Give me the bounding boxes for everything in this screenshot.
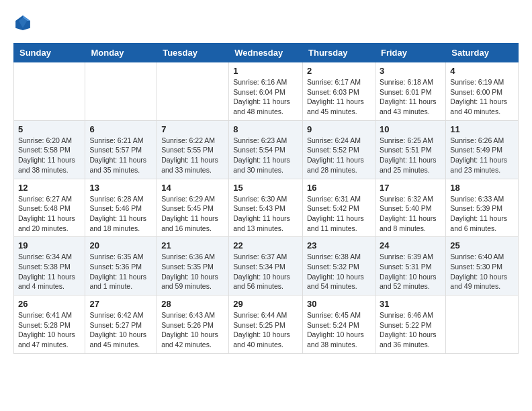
logo-icon [13,13,32,32]
day-info: Sunrise: 6:30 AM Sunset: 5:43 PM Dayligh… [233,194,298,234]
day-info: Sunrise: 6:16 AM Sunset: 6:04 PM Dayligh… [233,77,298,117]
day-info: Sunrise: 6:41 AM Sunset: 5:28 PM Dayligh… [18,310,81,350]
day-number: 8 [233,124,298,134]
calendar-cell: 9Sunrise: 6:24 AM Sunset: 5:52 PM Daylig… [303,120,375,179]
calendar-cell: 3Sunrise: 6:18 AM Sunset: 6:01 PM Daylig… [375,62,445,121]
day-number: 29 [233,299,298,309]
calendar-cell: 23Sunrise: 6:38 AM Sunset: 5:32 PM Dayli… [303,237,375,295]
day-info: Sunrise: 6:32 AM Sunset: 5:40 PM Dayligh… [380,194,441,234]
calendar-cell: 18Sunrise: 6:33 AM Sunset: 5:39 PM Dayli… [446,179,519,237]
day-number: 14 [161,183,224,193]
day-info: Sunrise: 6:18 AM Sunset: 6:01 PM Dayligh… [380,77,441,117]
calendar-week-row: 19Sunrise: 6:34 AM Sunset: 5:38 PM Dayli… [14,237,519,295]
day-info: Sunrise: 6:20 AM Sunset: 5:58 PM Dayligh… [18,136,81,175]
day-info: Sunrise: 6:27 AM Sunset: 5:48 PM Dayligh… [18,194,81,234]
day-info: Sunrise: 6:31 AM Sunset: 5:42 PM Dayligh… [307,194,371,234]
day-number: 22 [233,240,298,250]
calendar-cell: 7Sunrise: 6:22 AM Sunset: 5:55 PM Daylig… [157,120,229,179]
day-info: Sunrise: 6:24 AM Sunset: 5:52 PM Dayligh… [307,136,371,175]
day-number: 19 [18,240,81,250]
calendar-cell: 10Sunrise: 6:25 AM Sunset: 5:51 PM Dayli… [375,120,445,179]
logo [13,13,34,32]
day-info: Sunrise: 6:44 AM Sunset: 5:25 PM Dayligh… [233,310,298,350]
weekday-header: Wednesday [229,44,303,62]
calendar-cell: 16Sunrise: 6:31 AM Sunset: 5:42 PM Dayli… [303,179,375,237]
day-number: 6 [89,124,152,134]
calendar-cell: 26Sunrise: 6:41 AM Sunset: 5:28 PM Dayli… [14,295,85,354]
day-number: 20 [89,240,152,250]
day-info: Sunrise: 6:19 AM Sunset: 6:00 PM Dayligh… [450,77,514,117]
day-number: 15 [233,183,298,193]
day-info: Sunrise: 6:45 AM Sunset: 5:24 PM Dayligh… [307,310,371,350]
calendar-cell: 13Sunrise: 6:28 AM Sunset: 5:46 PM Dayli… [85,179,157,237]
day-info: Sunrise: 6:37 AM Sunset: 5:34 PM Dayligh… [233,252,298,291]
weekday-header: Friday [375,44,445,62]
day-number: 25 [450,240,514,250]
day-info: Sunrise: 6:43 AM Sunset: 5:26 PM Dayligh… [161,310,224,350]
calendar-cell: 30Sunrise: 6:45 AM Sunset: 5:24 PM Dayli… [303,295,375,354]
calendar-cell: 19Sunrise: 6:34 AM Sunset: 5:38 PM Dayli… [14,237,85,295]
calendar-table: SundayMondayTuesdayWednesdayThursdayFrid… [13,43,519,354]
calendar-cell: 31Sunrise: 6:46 AM Sunset: 5:22 PM Dayli… [375,295,445,354]
day-number: 4 [450,66,514,76]
day-info: Sunrise: 6:46 AM Sunset: 5:22 PM Dayligh… [380,310,441,350]
day-number: 9 [307,124,371,134]
day-info: Sunrise: 6:29 AM Sunset: 5:45 PM Dayligh… [161,194,224,234]
day-number: 10 [380,124,441,134]
calendar-cell: 5Sunrise: 6:20 AM Sunset: 5:58 PM Daylig… [14,120,85,179]
day-number: 7 [161,124,224,134]
weekday-header: Sunday [14,44,85,62]
day-number: 23 [307,240,371,250]
day-info: Sunrise: 6:38 AM Sunset: 5:32 PM Dayligh… [307,252,371,291]
day-info: Sunrise: 6:23 AM Sunset: 5:54 PM Dayligh… [233,136,298,175]
day-number: 13 [89,183,152,193]
day-info: Sunrise: 6:42 AM Sunset: 5:27 PM Dayligh… [89,310,152,350]
calendar-cell: 24Sunrise: 6:39 AM Sunset: 5:31 PM Dayli… [375,237,445,295]
calendar-cell [446,295,519,354]
day-number: 11 [450,124,514,134]
day-number: 24 [380,240,441,250]
calendar-cell: 27Sunrise: 6:42 AM Sunset: 5:27 PM Dayli… [85,295,157,354]
day-info: Sunrise: 6:28 AM Sunset: 5:46 PM Dayligh… [89,194,152,234]
calendar-cell: 1Sunrise: 6:16 AM Sunset: 6:04 PM Daylig… [229,62,303,121]
calendar-cell [85,62,157,121]
calendar-cell: 20Sunrise: 6:35 AM Sunset: 5:36 PM Dayli… [85,237,157,295]
calendar-cell [157,62,229,121]
calendar-cell: 6Sunrise: 6:21 AM Sunset: 5:57 PM Daylig… [85,120,157,179]
calendar-cell [14,62,85,121]
day-number: 28 [161,299,224,309]
calendar-cell: 28Sunrise: 6:43 AM Sunset: 5:26 PM Dayli… [157,295,229,354]
day-info: Sunrise: 6:33 AM Sunset: 5:39 PM Dayligh… [450,194,514,234]
day-number: 2 [307,66,371,76]
day-info: Sunrise: 6:25 AM Sunset: 5:51 PM Dayligh… [380,136,441,175]
calendar-cell: 17Sunrise: 6:32 AM Sunset: 5:40 PM Dayli… [375,179,445,237]
day-info: Sunrise: 6:22 AM Sunset: 5:55 PM Dayligh… [161,136,224,175]
calendar-cell: 21Sunrise: 6:36 AM Sunset: 5:35 PM Dayli… [157,237,229,295]
day-number: 21 [161,240,224,250]
day-number: 18 [450,183,514,193]
weekday-header: Thursday [303,44,375,62]
calendar-cell: 11Sunrise: 6:26 AM Sunset: 5:49 PM Dayli… [446,120,519,179]
day-info: Sunrise: 6:17 AM Sunset: 6:03 PM Dayligh… [307,77,371,117]
day-number: 1 [233,66,298,76]
calendar-week-row: 26Sunrise: 6:41 AM Sunset: 5:28 PM Dayli… [14,295,519,354]
day-number: 17 [380,183,441,193]
weekday-header: Saturday [446,44,519,62]
calendar-cell: 22Sunrise: 6:37 AM Sunset: 5:34 PM Dayli… [229,237,303,295]
calendar-cell: 4Sunrise: 6:19 AM Sunset: 6:00 PM Daylig… [446,62,519,121]
weekday-header: Monday [85,44,157,62]
day-info: Sunrise: 6:39 AM Sunset: 5:31 PM Dayligh… [380,252,441,291]
day-info: Sunrise: 6:36 AM Sunset: 5:35 PM Dayligh… [161,252,224,291]
calendar-cell: 12Sunrise: 6:27 AM Sunset: 5:48 PM Dayli… [14,179,85,237]
calendar-week-row: 1Sunrise: 6:16 AM Sunset: 6:04 PM Daylig… [14,62,519,121]
day-number: 12 [18,183,81,193]
weekday-header-row: SundayMondayTuesdayWednesdayThursdayFrid… [14,44,519,62]
day-number: 3 [380,66,441,76]
calendar-cell: 8Sunrise: 6:23 AM Sunset: 5:54 PM Daylig… [229,120,303,179]
calendar-cell: 15Sunrise: 6:30 AM Sunset: 5:43 PM Dayli… [229,179,303,237]
page-header [13,13,519,32]
calendar-cell: 29Sunrise: 6:44 AM Sunset: 5:25 PM Dayli… [229,295,303,354]
day-info: Sunrise: 6:34 AM Sunset: 5:38 PM Dayligh… [18,252,81,291]
calendar-cell: 14Sunrise: 6:29 AM Sunset: 5:45 PM Dayli… [157,179,229,237]
calendar-week-row: 12Sunrise: 6:27 AM Sunset: 5:48 PM Dayli… [14,179,519,237]
